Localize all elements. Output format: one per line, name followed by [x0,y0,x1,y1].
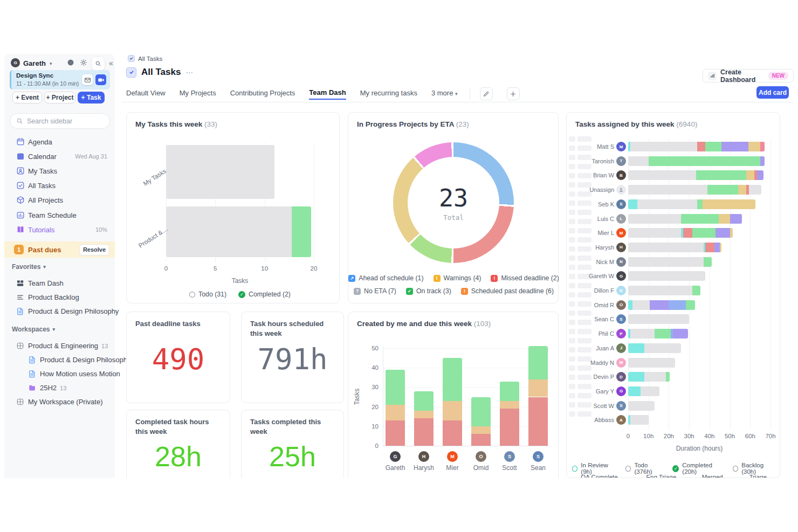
category-label: Sean [524,464,552,472]
eta-legend-item[interactable]: !Scheduled past deadline (6) [461,287,554,295]
collapse-sidebar-icon[interactable]: « [109,59,113,67]
user-name[interactable]: Gareth [23,59,46,67]
y-axis-label: Tasks [353,381,361,413]
mytasks-legend-item[interactable]: ✓Completed (2) [238,291,291,298]
card-task-hours-scheduled: Task hours scheduled this week 791h [241,312,344,403]
resolve-button[interactable]: Resolve [79,244,109,255]
assigned-legend-item[interactable]: QA Complete (30h) [572,474,630,478]
tab-contributing-projects[interactable]: Contributing Projects [230,89,295,99]
user-avatar[interactable]: G [11,58,20,67]
y-tick-label: 30 [363,384,379,390]
settings-gear-icon[interactable] [80,59,87,66]
bar-segment [714,243,719,252]
breadcrumb[interactable]: All Tasks [128,55,162,62]
past-dues-banner[interactable]: 1 Past dues Resolve [4,241,115,258]
edit-view-button[interactable] [480,87,493,100]
bar-segment [686,300,695,310]
favorite-item-product-design-philosophy[interactable]: Product & Design Philosophy [4,304,115,318]
bar-segment [730,228,733,238]
search-icon [95,60,101,67]
eta-legend-item[interactable]: ✓On track (3) [406,287,451,295]
favorite-item-label: Product Backlog [28,293,79,301]
bar-segment [738,185,746,195]
sidebar-search-button[interactable] [92,57,105,70]
assigned-legend-item[interactable]: In Review (9h) [572,462,618,475]
member-name-label: Mier L [570,230,614,236]
tab-my-recurring-tasks[interactable]: My recurring tasks [360,89,417,99]
sidebar-item-team-schedule[interactable]: Team Schedule [4,208,115,222]
tab-team-dash[interactable]: Team Dash [309,88,346,100]
member-name-label: Omid R [570,302,614,308]
assigned-legend-item[interactable]: ✓Completed (20h) [672,462,725,475]
status-legend-icon: ! [434,275,441,282]
member-name-label: Unassign [570,186,614,193]
workspace-item-my-workspace-private-[interactable]: My Workspace (Private) [4,395,115,409]
sidebar-item-all-projects[interactable]: All Projects [4,193,115,207]
tab-my-projects[interactable]: My Projects [180,89,216,99]
tab-default-view[interactable]: Default View [126,89,166,99]
grid-line [750,139,751,430]
favorite-item-product-backlog[interactable]: Product Backlog [4,290,115,304]
assigned-legend-item[interactable]: Todo (376h) [625,462,665,475]
add-project-button[interactable]: + Project [44,92,75,103]
sidebar-item-label: Agenda [28,138,52,146]
workspace-header[interactable]: Workspaces▾ [12,326,55,333]
eta-legend-item[interactable]: !Missed deadline (2) [491,274,559,282]
x-tick-label: 70h [760,433,780,439]
workspace-item-product-engineering[interactable]: Product & Engineering13 [4,338,115,353]
legend-label: Eng Triage (9h) [646,474,685,478]
sidebar-item-agenda[interactable]: Agenda [4,135,115,149]
ring-legend-icon [189,292,195,298]
bar-segment [443,401,462,420]
member-avatar: A [616,415,626,425]
x-tick-label: 40h [699,433,720,439]
eta-legend-item[interactable]: ↗Ahead of schedule (1) [348,274,423,282]
skeleton-pill [577,365,591,371]
workspace-item-25h2[interactable]: 25H213 [4,381,115,395]
member-name-label: Abbass [570,417,614,423]
sidebar-item-all-tasks[interactable]: All Tasks [4,178,115,192]
assigned-legend-item[interactable]: Merged (7h) [693,474,733,478]
bar-segment [471,397,491,426]
knot-icon [16,342,24,350]
sidebar-search-input[interactable]: Search sidebar [10,113,110,129]
eta-legend-item[interactable]: !Warnings (4) [434,274,481,282]
add-task-button[interactable]: + Task [78,92,105,103]
favorite-item-team-dash[interactable]: Team Dash [4,276,115,290]
favorite-header[interactable]: Favorites▾ [12,263,46,271]
add-event-button[interactable]: + Event [12,92,42,103]
assigned-legend-item[interactable]: Backlog (30h) [733,462,777,475]
tabs-more-dropdown[interactable]: 3 more ▾ [431,89,458,99]
check-legend-icon: ✓ [672,465,679,472]
member-avatar: G [616,271,626,281]
upcoming-event-card[interactable]: Design Sync 11 - 11:30 AM (in 10 min) [10,70,110,89]
eta-legend-item[interactable]: ?No ETA (7) [354,287,396,295]
workspace-item-product-design-philosophy[interactable]: Product & Design Philosophy [4,353,115,367]
add-view-button[interactable] [507,87,520,100]
sidebar-item-my-tasks[interactable]: My Tasks [4,164,115,178]
bar-segment [705,142,721,151]
create-dashboard-button[interactable]: Create Dashboard NEW [703,69,794,82]
skeleton-pill [577,310,591,316]
user-menu-caret-icon[interactable]: ▾ [50,61,52,66]
category-label: Gareth [381,464,409,472]
join-video-call-button[interactable] [95,74,106,85]
member-name-label: Maddy N [570,360,614,366]
help-icon[interactable]: ? [67,59,74,66]
title-more-icon[interactable]: ⋯ [185,68,194,77]
category-label: Mier [438,464,466,472]
grid-line [771,139,771,430]
sidebar-item-tutorials[interactable]: Tutorials10% [4,223,115,237]
skeleton-pill [569,411,575,417]
assigned-legend-item[interactable]: Triage (2h) [740,474,777,478]
add-card-button[interactable]: Add card [756,86,789,99]
stat-value: 791h [242,342,343,376]
doc-icon [16,307,24,315]
workspace-item-how-motion-usess-motion[interactable]: How Motion usess Motion [4,367,115,381]
bar-segment [703,199,755,209]
email-guests-button[interactable] [82,74,93,85]
mytasks-legend-item[interactable]: Todo (31) [189,291,226,298]
assigned-legend-item[interactable]: Eng Triage (9h) [637,474,685,478]
bar-segment [628,401,655,411]
sidebar-item-calendar[interactable]: 31CalendarWed Aug 31 [4,149,115,163]
